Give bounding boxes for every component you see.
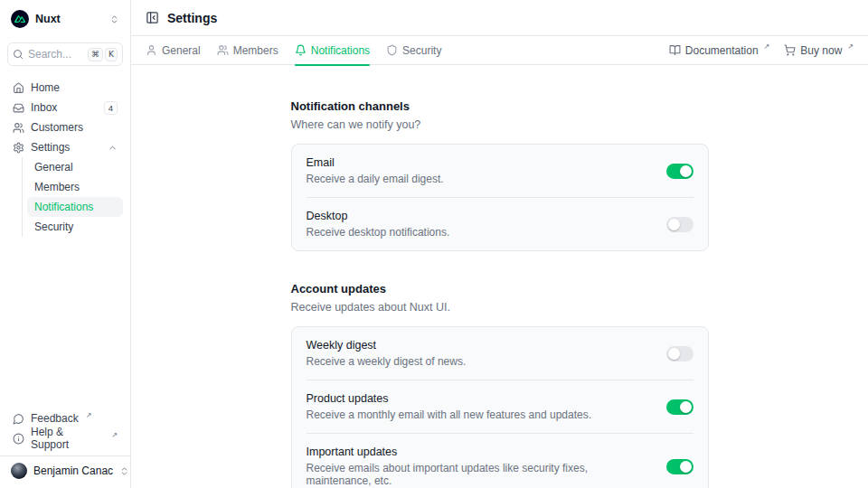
toggle-product-updates[interactable]: [666, 399, 693, 415]
chevrons-up-down-icon: [119, 466, 129, 476]
home-icon: [13, 82, 24, 94]
sidebar-item-home[interactable]: Home: [7, 78, 123, 98]
action-label: Buy now: [800, 44, 842, 57]
setting-description: Receive desktop notifications.: [307, 226, 652, 239]
sidebar-item-label: Security: [34, 221, 73, 233]
setting-title: Weekly digest: [307, 339, 652, 352]
setting-description: Receive a monthly email with all new fea…: [307, 408, 652, 421]
sidebar-item-members[interactable]: Members: [27, 177, 123, 197]
user-menu[interactable]: Benjamin Canac: [7, 456, 123, 481]
info-circle-icon: [13, 433, 24, 445]
user-icon: [146, 44, 157, 56]
toggle-desktop[interactable]: [666, 217, 693, 232]
external-link-icon: ↗: [111, 431, 118, 439]
setting-row-product-updates: Product updates Receive a monthly email …: [307, 380, 693, 433]
section-title: Account updates: [291, 282, 709, 296]
user-name: Benjamin Canac: [33, 465, 113, 477]
users-icon: [13, 122, 24, 134]
sidebar-item-settings[interactable]: Settings: [7, 137, 123, 157]
setting-row-weekly-digest: Weekly digest Receive a weekly digest of…: [307, 327, 693, 380]
setting-description: Receive a daily email digest.: [307, 173, 652, 185]
sidebar-item-label: Members: [34, 181, 80, 193]
account-updates-card: Weekly digest Receive a weekly digest of…: [291, 326, 709, 488]
tab-label: Members: [233, 44, 278, 57]
tab-notifications[interactable]: Notifications: [295, 36, 370, 65]
cart-icon: [784, 44, 796, 56]
settings-subnav: General Members Notifications Security: [22, 157, 123, 237]
toggle-knob: [680, 401, 692, 413]
sidebar-item-label: Settings: [31, 141, 70, 154]
search-icon: [13, 49, 24, 60]
sidebar-item-label: Inbox: [31, 101, 57, 114]
tab-label: Security: [402, 44, 441, 57]
setting-description: Receive a weekly digest of news.: [307, 355, 652, 368]
bell-icon: [295, 44, 307, 56]
buy-now-link[interactable]: Buy now ↗: [784, 44, 854, 57]
toggle-knob: [668, 219, 680, 230]
tab-label: General: [162, 44, 201, 57]
setting-title: Email: [307, 156, 652, 169]
setting-row-important-updates: Important updates Receive emails about i…: [307, 433, 693, 488]
tab-general[interactable]: General: [146, 36, 201, 65]
main-panel: Settings General Members Notifications: [131, 0, 868, 488]
workspace-switcher[interactable]: Nuxt: [7, 7, 123, 31]
sidebar-item-label: Customers: [31, 121, 83, 134]
external-link-icon: ↗: [86, 411, 92, 419]
toggle-knob: [680, 165, 692, 177]
settings-content: Notification channels Where can we notif…: [131, 65, 868, 488]
account-updates-section: Account updates Receive updates about Nu…: [291, 282, 709, 488]
setting-description: Receive emails about important updates l…: [307, 462, 652, 487]
notification-channels-section: Notification channels Where can we notif…: [291, 99, 709, 251]
search-input[interactable]: Search... ⌘ K: [7, 42, 123, 66]
toggle-email[interactable]: [666, 164, 693, 179]
setting-title: Desktop: [307, 210, 652, 222]
setting-title: Important updates: [307, 446, 652, 458]
page-titlebar: Settings: [131, 0, 868, 36]
book-icon: [669, 44, 681, 56]
tab-label: Notifications: [311, 44, 370, 57]
sidebar-item-label: Home: [31, 81, 60, 94]
setting-title: Product updates: [307, 392, 652, 405]
search-shortcut: ⌘ K: [88, 48, 118, 61]
page-title: Settings: [167, 11, 217, 25]
search-placeholder: Search...: [28, 48, 71, 61]
setting-row-desktop: Desktop Receive desktop notifications.: [307, 197, 693, 250]
sidebar-item-customers[interactable]: Customers: [7, 117, 123, 137]
collapse-sidebar-icon[interactable]: [146, 11, 159, 24]
tab-security[interactable]: Security: [386, 36, 441, 65]
tab-members[interactable]: Members: [217, 36, 278, 65]
setting-row-email: Email Receive a daily email digest.: [307, 145, 693, 197]
workspace-name: Nuxt: [35, 13, 61, 25]
kbd-cmd: ⌘: [88, 48, 103, 61]
documentation-link[interactable]: Documentation ↗: [669, 44, 769, 57]
sidebar-item-label: General: [34, 161, 73, 174]
inbox-count-badge: 4: [104, 101, 118, 115]
header-actions: Documentation ↗ Buy now ↗: [669, 44, 854, 57]
nuxt-logo-icon: [11, 10, 29, 28]
sidebar: Nuxt Search... ⌘ K Home: [0, 0, 131, 488]
sidebar-item-security[interactable]: Security: [27, 217, 123, 237]
user-avatar: [11, 463, 27, 479]
action-label: Documentation: [685, 44, 759, 57]
external-link-icon: ↗: [847, 42, 854, 51]
section-title: Notification channels: [291, 99, 709, 113]
toggle-knob: [680, 461, 692, 473]
section-description: Where can we notify you?: [291, 118, 709, 131]
sidebar-item-notifications[interactable]: Notifications: [27, 197, 123, 217]
shield-icon: [386, 44, 398, 56]
sidebar-item-general[interactable]: General: [27, 157, 123, 177]
settings-tabbar: General Members Notifications Security: [131, 36, 868, 65]
inbox-icon: [13, 102, 24, 114]
section-description: Receive updates about Nuxt UI.: [291, 301, 709, 314]
users-icon: [217, 44, 229, 56]
kbd-k: K: [105, 48, 118, 61]
sidebar-item-help-support[interactable]: Help & Support ↗: [7, 428, 123, 448]
toggle-weekly-digest[interactable]: [666, 346, 693, 361]
notification-channels-card: Email Receive a daily email digest. Desk…: [291, 144, 709, 251]
toggle-important-updates[interactable]: [666, 459, 693, 474]
sidebar-item-label: Feedback: [31, 412, 79, 425]
external-link-icon: ↗: [764, 42, 770, 51]
sidebar-item-inbox[interactable]: Inbox 4: [7, 98, 123, 117]
sidebar-item-label: Notifications: [34, 201, 93, 213]
sidebar-nav: Home Inbox 4 Customers Settings: [7, 78, 123, 237]
